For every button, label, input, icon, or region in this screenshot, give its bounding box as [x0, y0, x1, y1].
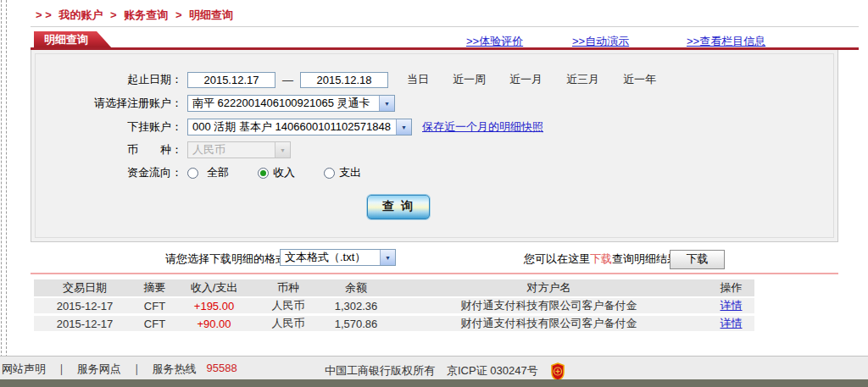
footer-separator: ｜ — [131, 362, 142, 377]
flow-income-label[interactable]: 收入 — [273, 165, 295, 180]
icbc-detail-query-page: > > 我的账户 > 账务查询 > 明细查询 明细查询 >>体验评价 >>自动演… — [0, 0, 868, 387]
sub-account-row: 下挂账户： 000 活期 基本户 1406600101102571848 ▼ 保… — [36, 118, 832, 136]
table-top-divider — [31, 273, 838, 274]
query-form-panel: 起止日期： — 当日 近一周 近一月 近三月 近一年 请选择注册账户： 南平 6… — [31, 50, 838, 242]
sub-account-select[interactable]: 000 活期 基本户 1406600101102571848 ▼ — [187, 119, 412, 135]
bottom-dark-bar — [0, 379, 868, 387]
tab-detail-query[interactable]: 明细查询 — [34, 31, 112, 48]
header-balance: 余额 — [322, 280, 390, 296]
chevron-down-icon[interactable]: ▼ — [396, 119, 411, 135]
cell-balance: 1,302.36 — [322, 300, 390, 312]
breadcrumb-account-query[interactable]: 账务查询 — [124, 8, 168, 21]
footer-copyright-group: 中国工商银行版权所有 京ICP证 030247号 — [325, 362, 565, 380]
hotline-number: 95588 — [206, 362, 236, 377]
table-row: 2015-12-17 CFT +195.00 人民币 1,302.36 财付通支… — [34, 298, 754, 313]
security-shield-icon — [550, 362, 565, 381]
service-outlets-link[interactable]: 服务网点 — [77, 362, 121, 377]
cell-amount: +195.00 — [174, 300, 254, 312]
download-hint-prefix: 您可以在这里 — [524, 252, 590, 265]
shortcut-last-week[interactable]: 近一周 — [453, 72, 486, 87]
breadcrumb-separator: > — [175, 8, 182, 21]
chevron-down-icon: ▼ — [275, 142, 290, 158]
footer: 网站声明 ｜ 服务网点 ｜ 服务热线 95588 中国工商银行版权所有 京ICP… — [0, 356, 868, 379]
flow-all-label[interactable]: 全部 — [207, 165, 229, 180]
breadcrumb-divider — [31, 26, 859, 27]
download-format-label: 请您选择下载明细的格式 — [165, 252, 287, 267]
download-hint-suffix: 查询明细结果 — [612, 252, 678, 265]
register-account-row: 请选择注册账户： 南平 6222001406100921065 灵通卡 ▼ — [36, 94, 832, 113]
date-shortcuts: 当日 近一周 近一月 近三月 近一年 — [407, 72, 656, 87]
sub-account-value: 000 活期 基本户 1406600101102571848 — [188, 119, 395, 135]
fund-flow-label: 资金流向： — [36, 165, 182, 180]
currency-select: 人民币 ▼ — [187, 141, 291, 158]
breadcrumb-prefix: > > — [36, 8, 52, 21]
cell-currency: 人民币 — [254, 316, 322, 331]
breadcrumb-my-account[interactable]: 我的账户 — [58, 8, 103, 21]
table-header-row: 交易日期 摘要 收入/支出 币种 余额 对方户名 操作 — [34, 279, 754, 296]
date-range-label: 起止日期： — [36, 72, 182, 87]
flow-expense-label[interactable]: 支出 — [339, 165, 361, 180]
shortcut-last-month[interactable]: 近一月 — [509, 72, 542, 87]
cell-date: 2015-12-17 — [34, 318, 136, 330]
cell-amount: +90.00 — [174, 318, 254, 330]
date-from-input[interactable] — [187, 72, 275, 88]
left-dashed-strip — [1, 0, 7, 379]
header-counterparty: 对方户名 — [390, 280, 708, 296]
register-account-label: 请选择注册账户： — [36, 96, 182, 111]
date-dash: — — [282, 74, 293, 86]
currency-value: 人民币 — [188, 142, 230, 158]
cell-counterparty: 财付通支付科技有限公司客户备付金 — [390, 316, 708, 331]
cell-counterparty: 财付通支付科技有限公司客户备付金 — [390, 298, 708, 313]
download-hint-download: 下载 — [590, 252, 612, 265]
header-income-expense: 收入/支出 — [174, 280, 254, 296]
download-row: 请您选择下载明细的格式 文本格式（.txt） ▼ 您可以在这里下载查询明细结果 … — [31, 247, 838, 269]
shortcut-last-3-months[interactable]: 近三月 — [566, 72, 599, 87]
flow-income-radio[interactable] — [258, 168, 269, 179]
shortcut-last-year[interactable]: 近一年 — [623, 72, 656, 87]
download-format-select[interactable]: 文本格式（.txt） ▼ — [280, 249, 396, 266]
fund-flow-row: 资金流向： 全部 收入 支出 — [36, 163, 832, 182]
icp-license: 京ICP证 030247号 — [447, 363, 538, 379]
detail-link[interactable]: 详情 — [708, 298, 754, 313]
download-format-value: 文本格式（.txt） — [281, 250, 370, 265]
date-range-row: 起止日期： — 当日 近一周 近一月 近三月 近一年 — [36, 70, 832, 89]
sub-account-label: 下挂账户： — [36, 119, 182, 135]
shortcut-today[interactable]: 当日 — [407, 72, 429, 87]
breadcrumb: > > 我的账户 > 账务查询 > 明细查询 — [34, 8, 236, 23]
query-button[interactable]: 查 询 — [367, 195, 430, 219]
header-transaction-date: 交易日期 — [34, 280, 136, 296]
currency-label: 币 种： — [36, 142, 182, 158]
chevron-down-icon[interactable]: ▼ — [379, 96, 394, 111]
cell-summary: CFT — [136, 318, 174, 330]
copyright-text: 中国工商银行版权所有 — [325, 363, 435, 379]
register-account-value: 南平 6222001406100921065 灵通卡 — [188, 96, 375, 111]
date-to-input[interactable] — [300, 72, 388, 88]
cell-currency: 人民币 — [254, 298, 322, 313]
cell-date: 2015-12-17 — [34, 300, 136, 312]
flow-expense-radio[interactable] — [324, 168, 335, 179]
download-hint: 您可以在这里下载查询明细结果 — [524, 252, 678, 267]
download-button[interactable]: 下载 — [670, 250, 725, 269]
header-summary: 摘要 — [136, 280, 174, 296]
save-monthly-snapshot-link[interactable]: 保存近一个月的明细快照 — [422, 119, 543, 135]
breadcrumb-detail-query: 明细查询 — [189, 8, 233, 21]
flow-all-radio[interactable] — [187, 168, 198, 179]
cell-summary: CFT — [136, 300, 174, 312]
site-statement-link[interactable]: 网站声明 — [2, 362, 46, 377]
register-account-select[interactable]: 南平 6222001406100921065 灵通卡 ▼ — [187, 95, 395, 112]
detail-link[interactable]: 详情 — [708, 316, 754, 331]
table-row: 2015-12-17 CFT +90.00 人民币 1,570.86 财付通支付… — [34, 316, 754, 331]
hotline-label: 服务热线 — [152, 362, 196, 377]
footer-separator: ｜ — [56, 362, 67, 377]
cell-balance: 1,570.86 — [322, 318, 390, 330]
header-currency: 币种 — [254, 280, 322, 296]
currency-row: 币 种： 人民币 ▼ — [36, 141, 832, 159]
chevron-down-icon[interactable]: ▼ — [380, 250, 395, 265]
footer-links: 网站声明 ｜ 服务网点 ｜ 服务热线 95588 — [2, 362, 237, 377]
header-action: 操作 — [708, 280, 754, 296]
transactions-table: 交易日期 摘要 收入/支出 币种 余额 对方户名 操作 2015-12-17 C… — [34, 279, 754, 334]
breadcrumb-separator: > — [110, 8, 117, 21]
